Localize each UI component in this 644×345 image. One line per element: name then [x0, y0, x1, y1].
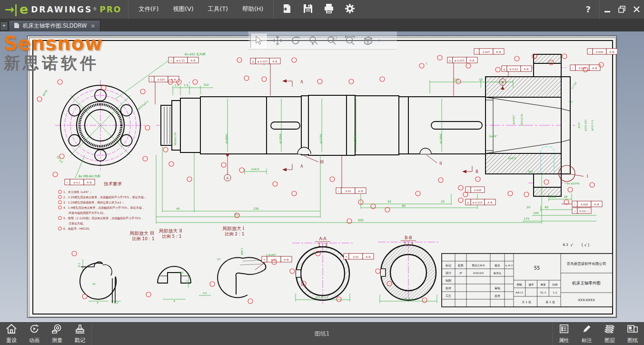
tb-gh-weight: 重量 — [541, 283, 546, 286]
quick-toolbar — [274, 2, 363, 17]
window-controls — [599, 0, 644, 19]
fcf-text: / — [573, 67, 574, 70]
fcf-text: A–B — [609, 51, 614, 53]
tb-h-sign: 签名 — [495, 264, 500, 267]
zoom-tool-icon[interactable] — [305, 32, 323, 49]
fcf-text: A–B — [524, 68, 529, 71]
balloon — [466, 63, 471, 68]
dimension-text: ø118h6 — [439, 133, 442, 143]
tb-gh-size: 图幅 — [517, 283, 523, 286]
close-button[interactable] — [629, 0, 644, 19]
stamp-button[interactable]: 戳记 — [69, 323, 91, 345]
balloon — [239, 168, 244, 172]
shaded-view-icon[interactable] — [359, 32, 377, 49]
minimize-button[interactable] — [600, 0, 614, 19]
tb-process: 工艺 — [446, 294, 451, 297]
markup-button[interactable]: 标注 — [575, 323, 598, 345]
fcf-text: A–B — [594, 203, 599, 206]
pan-tool-icon[interactable] — [268, 32, 287, 49]
balloon — [290, 269, 295, 274]
fcf-text: ◎ — [467, 201, 469, 204]
statusbar: 重设 动画 测量 戳记 图纸1 属性 — [0, 322, 644, 345]
dimension-text: ( √ ) — [582, 243, 589, 247]
detail-ii-label: 局部放大 II — [159, 228, 182, 233]
balloon — [524, 192, 529, 197]
dimension-text: 2 — [97, 301, 99, 304]
select-tool-icon[interactable] — [250, 33, 267, 48]
sheets-button[interactable]: 图纸 — [621, 323, 644, 345]
animation-icon — [29, 324, 40, 336]
toolbar-more-caret[interactable]: ▾ — [377, 38, 380, 43]
balloon — [140, 89, 145, 94]
tech-req-bullet — [59, 195, 62, 199]
tb-design: 设计 — [446, 271, 451, 274]
dimension-text: 175 — [524, 217, 529, 220]
help-button[interactable]: ? — [577, 4, 599, 14]
balloon — [385, 207, 390, 212]
menu-file[interactable]: 文件(F) — [131, 0, 166, 19]
rotate-tool-icon[interactable] — [287, 32, 305, 49]
drawing-sheet[interactable]: 局部放大 III 比例 10 : 1 局部放大 II 比例 5 : 1 局部放大… — [27, 36, 617, 318]
tech-req-bullet — [59, 190, 62, 193]
balloon — [422, 298, 427, 303]
menu-help[interactable]: 帮助(H) — [235, 0, 270, 19]
new-tab-button[interactable]: + — [1, 22, 7, 30]
statusbar-right-group: 属性 标注 图层 图纸 — [552, 323, 644, 345]
stamp-label: 戳记 — [75, 337, 85, 344]
dimension-text: 60 — [545, 205, 548, 209]
sheet-name-label[interactable]: 图纸1 — [92, 330, 552, 338]
layers-icon — [604, 324, 616, 336]
tb-gh-version: 版本 — [529, 283, 535, 286]
open-button[interactable] — [278, 2, 296, 17]
dimension-text: 1.5 — [174, 83, 179, 87]
properties-button[interactable]: 属性 — [553, 323, 575, 345]
dimension-text: 0.2 — [78, 263, 80, 267]
balloon — [564, 200, 569, 204]
balloon — [37, 97, 42, 101]
balloon — [145, 125, 150, 130]
tech-req-line: 环规与端面间隙不大于0.02。 — [69, 211, 106, 215]
drawing-svg: 局部放大 III 比例 10 : 1 局部放大 II 比例 5 : 1 局部放大… — [28, 36, 617, 318]
print-button[interactable] — [320, 2, 337, 17]
fcf-text: A–B — [284, 258, 289, 261]
dimension-text: 55 — [387, 200, 391, 203]
balloon — [317, 79, 322, 84]
restore-button[interactable] — [614, 0, 629, 19]
tb-gv-weight: 51.3 — [540, 291, 546, 294]
reset-button[interactable]: 重设 — [0, 323, 23, 345]
tb-gv-size: A4×3 — [515, 291, 523, 294]
home-icon — [5, 324, 18, 336]
dimension-text: 18 — [564, 195, 567, 198]
menu-tools[interactable]: 工具(T) — [201, 0, 235, 19]
tb-h-date: 年.月.日 — [505, 264, 513, 267]
section-aa-label: A-A — [319, 236, 327, 241]
balloon — [419, 63, 424, 68]
tab-close-icon[interactable]: × — [89, 23, 95, 29]
properties-icon — [558, 324, 570, 336]
dimension-text: ø137h5 — [319, 133, 322, 143]
dimension-text: II — [439, 161, 442, 166]
save-icon — [302, 3, 314, 16]
drawing-viewport[interactable]: 局部放大 III 比例 10 : 1 局部放大 II 比例 5 : 1 局部放大… — [0, 31, 644, 322]
balloon — [590, 183, 594, 187]
save-button[interactable] — [299, 2, 317, 17]
tb-material: 55 — [534, 265, 540, 271]
fcf-text: ø 0.015 — [473, 201, 483, 204]
fcf-text: 0.01(−) — [579, 210, 589, 213]
layers-button[interactable]: 图层 — [598, 323, 621, 345]
layers-label: 图层 — [604, 337, 615, 344]
dimension-text: I — [587, 174, 588, 179]
document-tab[interactable]: 机床主轴零件图.SLDDRW × — [9, 20, 100, 31]
zoom-window-tool-icon[interactable] — [323, 32, 341, 49]
app-logo: →| e DRAWINGS ® PRO — [0, 0, 128, 19]
dimension-text: 4 — [173, 300, 175, 303]
zoom-fit-tool-icon[interactable] — [341, 32, 359, 49]
animation-button[interactable]: 动画 — [23, 323, 46, 345]
dimension-text: 7°7′30″ — [571, 81, 577, 90]
measure-button[interactable]: 测量 — [46, 323, 69, 345]
dimension-text: ø120h6 — [279, 133, 282, 143]
detail-iii-scale: 比例 10 : 1 — [132, 236, 155, 241]
reset-label: 重设 — [6, 337, 17, 344]
settings-button[interactable] — [341, 2, 358, 17]
menu-view[interactable]: 视图(V) — [166, 0, 200, 19]
